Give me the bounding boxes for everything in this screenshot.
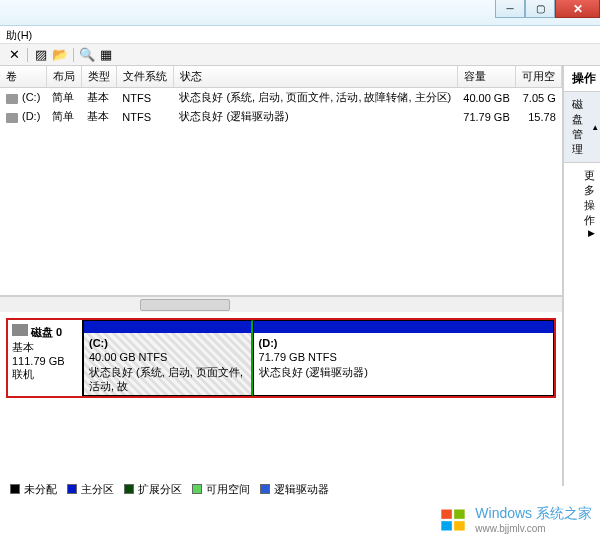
menu-bar: 助(H) [0, 26, 600, 44]
separator [73, 48, 74, 62]
disk-type: 基本 [12, 340, 78, 355]
col-freespace[interactable]: 可用空 [516, 66, 562, 88]
title-bar: ─ ▢ ✕ [0, 0, 600, 26]
svg-rect-2 [442, 521, 453, 530]
svg-rect-0 [442, 509, 453, 518]
partition-label: (D:) [259, 336, 549, 350]
legend-unallocated: 未分配 [10, 482, 57, 497]
partition-header [254, 321, 554, 333]
actions-panel: 操作 磁盘管理 ▲ 更多操作 ▶ [563, 66, 600, 486]
refresh-icon[interactable]: 🔍 [79, 47, 95, 63]
swatch-extended [124, 484, 134, 494]
table-row[interactable]: (D:) 简单 基本 NTFS 状态良好 (逻辑驱动器) 71.79 GB 15… [0, 107, 562, 126]
swatch-free [192, 484, 202, 494]
col-status[interactable]: 状态 [173, 66, 457, 88]
cell-drive: (C:) [22, 91, 40, 103]
actions-section-label: 磁盘管理 [572, 97, 591, 157]
cell-free: 15.78 [516, 107, 562, 126]
cell-capacity: 40.00 GB [457, 88, 515, 108]
toolbar: ✕ ▨ 📂 🔍 ▦ [0, 44, 600, 66]
partition-c[interactable]: (C:) 40.00 GB NTFS 状态良好 (系统, 启动, 页面文件, 活… [83, 320, 253, 396]
maximize-button[interactable]: ▢ [525, 0, 555, 18]
legend-logical: 逻辑驱动器 [260, 482, 329, 497]
partition-size-fs: 40.00 GB NTFS [89, 350, 246, 364]
legend-label: 可用空间 [206, 482, 250, 497]
col-volume[interactable]: 卷 [0, 66, 46, 88]
cell-capacity: 71.79 GB [457, 107, 515, 126]
legend-label: 逻辑驱动器 [274, 482, 329, 497]
partition-header [84, 321, 251, 333]
cell-free: 7.05 G [516, 88, 562, 108]
legend-extended: 扩展分区 [124, 482, 182, 497]
cell-type: 基本 [81, 107, 116, 126]
folder-icon[interactable]: 📂 [52, 47, 68, 63]
properties-icon[interactable]: ▨ [33, 47, 49, 63]
volume-icon [6, 94, 18, 104]
partition-status: 状态良好 (逻辑驱动器) [259, 365, 549, 379]
legend-free: 可用空间 [192, 482, 250, 497]
table-row[interactable]: (C:) 简单 基本 NTFS 状态良好 (系统, 启动, 页面文件, 活动, … [0, 88, 562, 108]
windows-logo-icon [439, 506, 467, 534]
window-controls: ─ ▢ ✕ [495, 0, 600, 18]
legend-primary: 主分区 [67, 482, 114, 497]
disk-graphical-pane: 磁盘 0 基本 111.79 GB 联机 (C:) 40.00 GB NTFS … [0, 312, 562, 486]
separator [27, 48, 28, 62]
partition-d[interactable]: (D:) 71.79 GB NTFS 状态良好 (逻辑驱动器) [253, 320, 555, 396]
svg-rect-1 [454, 509, 465, 518]
disk-name: 磁盘 0 [31, 326, 62, 338]
left-pane: 卷 布局 类型 文件系统 状态 容量 可用空 (C:) 简单 基本 NTFS [0, 66, 563, 486]
legend-label: 未分配 [24, 482, 57, 497]
watermark-title: Windows 系统之家 [475, 505, 592, 521]
disk-header[interactable]: 磁盘 0 基本 111.79 GB 联机 [8, 320, 83, 396]
watermark: Windows 系统之家 www.bjjmlv.com [439, 505, 592, 534]
cell-layout: 简单 [46, 88, 81, 108]
swatch-unallocated [10, 484, 20, 494]
cell-status: 状态良好 (系统, 启动, 页面文件, 活动, 故障转储, 主分区) [173, 88, 457, 108]
swatch-primary [67, 484, 77, 494]
partition-status: 状态良好 (系统, 启动, 页面文件, 活动, 故 [89, 365, 246, 394]
minimize-button[interactable]: ─ [495, 0, 525, 18]
legend-label: 主分区 [81, 482, 114, 497]
svg-rect-3 [454, 521, 465, 530]
volume-list: 卷 布局 类型 文件系统 状态 容量 可用空 (C:) 简单 基本 NTFS [0, 66, 562, 296]
cell-fs: NTFS [116, 107, 173, 126]
list-icon[interactable]: ▦ [98, 47, 114, 63]
main-area: 卷 布局 类型 文件系统 状态 容量 可用空 (C:) 简单 基本 NTFS [0, 66, 600, 486]
actions-item-more[interactable]: 更多操作 ▶ [564, 163, 600, 233]
volume-icon [6, 113, 18, 123]
disk-icon [12, 324, 28, 336]
swatch-logical [260, 484, 270, 494]
col-layout[interactable]: 布局 [46, 66, 81, 88]
triangle-up-icon: ▲ [591, 123, 599, 132]
horizontal-scrollbar[interactable] [0, 296, 562, 312]
disk-row: 磁盘 0 基本 111.79 GB 联机 (C:) 40.00 GB NTFS … [6, 318, 556, 398]
disk-size: 111.79 GB [12, 355, 78, 367]
cell-status: 状态良好 (逻辑驱动器) [173, 107, 457, 126]
chevron-right-icon: ▶ [588, 228, 595, 238]
watermark-url: www.bjjmlv.com [475, 523, 592, 534]
partition-label: (C:) [89, 336, 246, 350]
delete-icon[interactable]: ✕ [6, 47, 22, 63]
cell-drive: (D:) [22, 110, 40, 122]
cell-fs: NTFS [116, 88, 173, 108]
partition-size-fs: 71.79 GB NTFS [259, 350, 549, 364]
actions-title: 操作 [564, 66, 600, 92]
scrollbar-thumb[interactable] [140, 299, 230, 311]
cell-layout: 简单 [46, 107, 81, 126]
disk-state: 联机 [12, 367, 78, 382]
close-button[interactable]: ✕ [555, 0, 600, 18]
legend-label: 扩展分区 [138, 482, 182, 497]
volume-table: 卷 布局 类型 文件系统 状态 容量 可用空 (C:) 简单 基本 NTFS [0, 66, 562, 126]
col-capacity[interactable]: 容量 [457, 66, 515, 88]
actions-item-label: 更多操作 [584, 169, 595, 226]
col-type[interactable]: 类型 [81, 66, 116, 88]
col-filesystem[interactable]: 文件系统 [116, 66, 173, 88]
menu-help[interactable]: 助(H) [6, 28, 32, 41]
actions-section-disk-mgmt[interactable]: 磁盘管理 ▲ [564, 92, 600, 163]
legend: 未分配 主分区 扩展分区 可用空间 逻辑驱动器 [4, 480, 335, 498]
cell-type: 基本 [81, 88, 116, 108]
